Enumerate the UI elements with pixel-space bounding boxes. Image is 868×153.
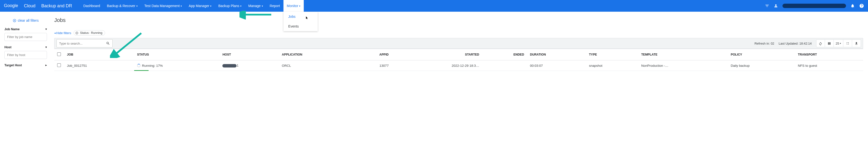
col-duration[interactable]: DURATION [527, 49, 586, 61]
chevron-down-icon: ▾ [299, 5, 300, 7]
status-filter-chip[interactable]: Status: Running [73, 30, 105, 36]
nav-item-manage[interactable]: Manage▾ [245, 0, 266, 12]
chevron-down-icon: ▾ [45, 45, 47, 49]
cell-started: 2022-12-29 18:3… [392, 61, 482, 71]
user-info-redacted [782, 4, 846, 8]
nav-item-dashboard[interactable]: Dashboard [80, 0, 103, 12]
top-navbar: Google Cloud Backup and DR DashboardBack… [0, 0, 868, 12]
chevron-down-icon: ▾ [181, 5, 182, 7]
page-title: Jobs [54, 17, 863, 24]
filter-header[interactable]: Host▾ [4, 45, 47, 49]
filter-icon[interactable] [765, 4, 769, 8]
chevron-right-icon: ▸ [45, 64, 47, 67]
toolbar-buttons: 25▾ [816, 39, 861, 47]
search-icon[interactable] [103, 41, 113, 45]
toolbar-row: Refresh in: 02 Last Updated: 18:42:14 25… [54, 38, 863, 49]
help-icon[interactable] [859, 3, 864, 8]
filter-group-target-host: Target Host▸ [4, 63, 47, 67]
table-row[interactable]: Job_0012751Running: 17%1ORCL130772022-12… [54, 61, 863, 71]
chevron-down-icon: ▾ [136, 5, 137, 7]
col-ended[interactable]: ENDED [482, 49, 527, 61]
product-name: Backup and DR [41, 3, 72, 8]
chip-remove-icon[interactable] [75, 31, 79, 35]
nav-right [765, 3, 864, 8]
chevron-down-icon: ▾ [210, 5, 211, 7]
cell-ended [482, 61, 527, 71]
hide-filters-label: Hide filters [56, 31, 71, 35]
google-logo-text: Google [4, 3, 22, 9]
cell-duration: 00:03:07 [527, 61, 586, 71]
filter-bar: ◂ Hide filters Status: Running [54, 30, 863, 36]
col-type[interactable]: TYPE [586, 49, 638, 61]
main-area: clear all filters Job Name▾Host▾Target H… [0, 12, 868, 75]
filter-input-host[interactable] [4, 51, 47, 59]
nav-item-report[interactable]: Report [266, 0, 283, 12]
clear-filters-label: clear all filters [18, 18, 39, 23]
clear-all-filters[interactable]: clear all filters [4, 15, 47, 27]
cell-policy: Daily backup [728, 61, 795, 71]
filter-header[interactable]: Target Host▸ [4, 63, 47, 67]
download-button[interactable] [852, 39, 861, 47]
cell-template: NonProduction -… [638, 61, 728, 71]
cell-status: Running: 17% [134, 61, 219, 71]
select-all-checkbox[interactable] [57, 52, 61, 56]
cursor-icon [305, 15, 308, 20]
jobs-table: JOBSTATUSHOSTAPPLICATIONAPPIDSTARTEDENDE… [54, 49, 863, 71]
col-application[interactable]: APPLICATION [279, 49, 350, 61]
col-template[interactable]: TEMPLATE [638, 49, 728, 61]
chevron-down-icon: ▾ [45, 28, 47, 31]
content: Jobs ◂ Hide filters Status: Running [51, 12, 868, 75]
nav-item-monitor[interactable]: Monitor▾JobsEvents [283, 0, 304, 12]
user-icon[interactable] [774, 4, 778, 8]
col-started[interactable]: STARTED [392, 49, 482, 61]
chevron-down-icon: ▾ [262, 5, 263, 7]
cell-host: 1 [219, 61, 279, 71]
col-host[interactable]: HOST [219, 49, 279, 61]
filter-header[interactable]: Job Name▾ [4, 27, 47, 31]
cell-type: snapshot [586, 61, 638, 71]
cell-transport: NFS to guest [795, 61, 863, 71]
search-box[interactable] [57, 39, 113, 47]
dropdown-item-jobs[interactable]: Jobs [283, 12, 318, 22]
chip-value: Running [91, 31, 102, 35]
chevron-down-icon: ▾ [240, 5, 242, 7]
nav-item-backup-plans[interactable]: Backup Plans▾ [215, 0, 245, 12]
svg-text:Google: Google [4, 3, 18, 8]
cloud-logo-text: Cloud [24, 3, 35, 8]
nav-items: DashboardBackup & Recover▾Test Data Mana… [80, 0, 304, 12]
dropdown-item-events[interactable]: Events [283, 22, 318, 31]
spinner-icon [137, 64, 141, 67]
col-transport[interactable]: TRANSPORT [795, 49, 863, 61]
sidebar: clear all filters Job Name▾Host▾Target H… [0, 12, 51, 75]
filter-group-host: Host▾ [4, 45, 47, 59]
filter-group-job-name: Job Name▾ [4, 27, 47, 41]
monitor-dropdown: JobsEvents [283, 12, 318, 31]
nav-item-backup-recover[interactable]: Backup & Recover▾ [103, 0, 141, 12]
filter-input-job-name[interactable] [4, 33, 47, 41]
columns-button[interactable] [825, 39, 834, 47]
cell-job: Job_0012751 [64, 61, 134, 71]
col-appid[interactable]: APPID [350, 49, 392, 61]
nav-item-test-data-management[interactable]: Test Data Management▾ [141, 0, 185, 12]
bell-icon[interactable] [850, 4, 855, 8]
row-checkbox[interactable] [57, 63, 61, 67]
col-status[interactable]: STATUS [134, 49, 219, 61]
logo[interactable]: Google Cloud [4, 3, 35, 9]
refresh-button[interactable] [816, 39, 825, 47]
host-redacted [222, 64, 237, 68]
cell-application: ORCL [279, 61, 350, 71]
cell-appid: 13077 [350, 61, 392, 71]
page-size-select[interactable]: 25▾ [834, 39, 843, 47]
chip-prefix: Status: [80, 31, 89, 35]
nav-item-app-manager[interactable]: App Manager▾ [185, 0, 215, 12]
hide-filters-toggle[interactable]: ◂ Hide filters [54, 31, 71, 35]
refresh-countdown: Refresh in: 02 [754, 42, 774, 45]
fullscreen-button[interactable] [843, 39, 852, 47]
col-policy[interactable]: POLICY [728, 49, 795, 61]
last-updated: Last Updated: 18:42:14 [779, 42, 811, 45]
search-input[interactable] [57, 42, 103, 45]
col-job[interactable]: JOB [64, 49, 134, 61]
